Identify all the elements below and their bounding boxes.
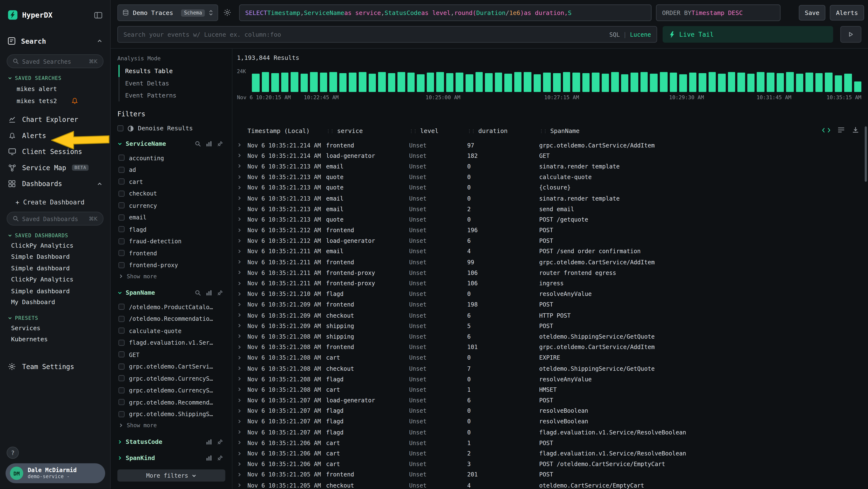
table-row[interactable]: Nov 6 10:35:21.214 AMload-generatorUnset… bbox=[235, 150, 866, 161]
expand-row-icon[interactable] bbox=[235, 249, 248, 254]
histogram-bar[interactable] bbox=[631, 73, 638, 92]
histogram-bar[interactable] bbox=[475, 72, 483, 92]
checkbox[interactable] bbox=[118, 411, 124, 417]
scrollbar-thumb[interactable] bbox=[865, 126, 867, 182]
table-row[interactable]: Nov 6 10:35:21.211 AMfrontend-proxyUnset… bbox=[235, 267, 866, 278]
column-header-timestamp-local-[interactable]: Timestamp (Local) bbox=[247, 127, 326, 135]
histogram-bar[interactable] bbox=[301, 74, 308, 92]
download-icon[interactable] bbox=[852, 126, 859, 134]
filter-checkbox-item[interactable]: flagd bbox=[117, 223, 226, 235]
filter-checkbox-item[interactable]: currency bbox=[117, 200, 226, 211]
search-icon[interactable] bbox=[195, 141, 201, 146]
checkbox[interactable] bbox=[118, 327, 124, 334]
filter-checkbox-item[interactable]: cart bbox=[117, 176, 226, 188]
table-row[interactable]: Nov 6 10:35:21.209 AMfrontendUnset198POS… bbox=[235, 299, 866, 310]
filter-checkbox-item[interactable]: email bbox=[117, 211, 226, 223]
table-row[interactable]: Nov 6 10:35:21.213 AMemailUnset0sinatra.… bbox=[235, 193, 866, 203]
table-row[interactable]: Nov 6 10:35:21.213 AMquoteUnset0{closure… bbox=[235, 182, 866, 193]
histogram-bar[interactable] bbox=[641, 72, 648, 92]
histogram-bar[interactable] bbox=[854, 82, 862, 92]
checkbox[interactable] bbox=[117, 125, 123, 131]
table-row[interactable]: Nov 6 10:35:21.207 AMflagdUnset0resolveB… bbox=[235, 405, 866, 416]
table-row[interactable]: Nov 6 10:35:21.206 AMcartUnset2flagd.eva… bbox=[235, 448, 866, 459]
expand-row-icon[interactable] bbox=[235, 461, 248, 466]
saved-searches-section[interactable]: SAVED SEARCHES bbox=[8, 75, 110, 81]
table-row[interactable]: Nov 6 10:35:21.208 AMcheckoutUnset7oteld… bbox=[235, 363, 866, 374]
expand-row-icon[interactable] bbox=[235, 238, 248, 243]
schema-badge[interactable]: Schema bbox=[181, 9, 205, 17]
expand-row-icon[interactable] bbox=[235, 291, 248, 296]
filter-checkbox-item[interactable]: frontend-proxy bbox=[117, 259, 226, 271]
checkbox[interactable] bbox=[118, 316, 124, 322]
expand-row-icon[interactable] bbox=[235, 366, 248, 371]
table-row[interactable]: Nov 6 10:35:21.211 AMfrontendUnset99grpc… bbox=[235, 257, 866, 267]
histogram-bar[interactable] bbox=[563, 72, 570, 92]
histogram-bar[interactable] bbox=[572, 73, 580, 92]
expand-row-icon[interactable] bbox=[235, 228, 248, 233]
histogram-bar[interactable] bbox=[796, 74, 803, 92]
histogram-bar[interactable] bbox=[543, 73, 551, 92]
expand-row-icon[interactable] bbox=[235, 281, 248, 286]
checkbox[interactable] bbox=[118, 179, 124, 185]
histogram-bar[interactable] bbox=[407, 73, 415, 92]
pin-icon[interactable] bbox=[217, 290, 223, 296]
histogram-bar[interactable] bbox=[310, 72, 317, 92]
table-row[interactable]: Nov 6 10:35:21.210 AMflagdUnset0resolveA… bbox=[235, 288, 866, 299]
table-row[interactable]: Nov 6 10:35:21.213 AMquoteUnset0calculat… bbox=[235, 172, 866, 182]
event-search-input[interactable] bbox=[123, 31, 605, 38]
table-row[interactable]: Nov 6 10:35:21.205 AMcheckoutUnset4oteld… bbox=[235, 480, 866, 489]
histogram-bar[interactable] bbox=[757, 72, 765, 92]
saved-dashboards-section[interactable]: SAVED DASHBOARDS bbox=[8, 233, 110, 238]
histogram-bar[interactable] bbox=[534, 74, 541, 92]
nav-item-client-sessions[interactable]: Client Sessions bbox=[0, 144, 110, 160]
saved-dashboards-search[interactable]: ⌘K bbox=[7, 212, 104, 225]
pin-icon[interactable] bbox=[217, 141, 223, 146]
histogram-bar[interactable] bbox=[689, 73, 696, 92]
filter-checkbox-item[interactable]: flagd.evaluation.v1.Ser… bbox=[117, 337, 226, 348]
saved-dashboard-item[interactable]: My Dashboard bbox=[0, 297, 110, 308]
table-row[interactable]: Nov 6 10:35:21.212 AMfrontendUnset196POS… bbox=[235, 225, 866, 235]
source-select[interactable]: Demo Traces Schema bbox=[117, 4, 218, 21]
create-dashboard-button[interactable]: + Create Dashboard bbox=[16, 198, 110, 206]
filter-group-header[interactable]: StatusCode bbox=[117, 437, 226, 446]
histogram-bar[interactable] bbox=[436, 72, 444, 92]
histogram-bar[interactable] bbox=[835, 75, 842, 92]
histogram-bar[interactable] bbox=[524, 72, 531, 92]
histogram-bar[interactable] bbox=[271, 73, 279, 92]
chart-icon[interactable] bbox=[206, 438, 212, 444]
histogram-bar[interactable] bbox=[786, 72, 794, 92]
histogram-bar[interactable] bbox=[485, 73, 493, 92]
histogram-bar[interactable] bbox=[378, 72, 385, 92]
expand-row-icon[interactable] bbox=[235, 355, 248, 360]
histogram-bar[interactable] bbox=[815, 73, 823, 92]
checkbox[interactable] bbox=[118, 238, 124, 244]
histogram-bar[interactable] bbox=[767, 73, 774, 92]
checkbox[interactable] bbox=[118, 399, 124, 405]
histogram-bar[interactable] bbox=[592, 73, 599, 92]
nav-item-search[interactable]: Search bbox=[0, 33, 110, 49]
order-by-input[interactable]: ORDER BY Timestamp DESC bbox=[656, 4, 781, 21]
filter-group-header[interactable]: ServiceName bbox=[117, 139, 226, 148]
filter-checkbox-item[interactable]: grpc.oteldemo.CurrencyS… bbox=[117, 372, 226, 384]
histogram-bar[interactable] bbox=[825, 73, 833, 92]
sql-toggle[interactable]: SQL bbox=[609, 31, 620, 38]
filter-checkbox-item[interactable]: grpc.oteldemo.CurrencyS… bbox=[117, 384, 226, 396]
filter-checkbox-item[interactable]: fraud-detection bbox=[117, 235, 226, 247]
histogram-bar[interactable] bbox=[621, 74, 628, 92]
histogram-bar[interactable] bbox=[368, 74, 376, 92]
checkbox[interactable] bbox=[118, 304, 124, 310]
histogram-bar[interactable] bbox=[456, 73, 463, 92]
checkbox[interactable] bbox=[118, 250, 124, 256]
expand-row-icon[interactable] bbox=[235, 451, 248, 456]
expand-row-icon[interactable] bbox=[235, 323, 248, 328]
checkbox[interactable] bbox=[118, 387, 124, 393]
checkbox[interactable] bbox=[118, 226, 124, 232]
saved-search-item[interactable]: mikes tets2 bbox=[0, 95, 110, 107]
histogram-bar[interactable] bbox=[660, 72, 668, 92]
table-row[interactable]: Nov 6 10:35:21.205 AMfrontendUnset201POS… bbox=[235, 469, 866, 480]
saved-dashboard-item[interactable]: Simple dashboard bbox=[0, 285, 110, 297]
table-row[interactable]: Nov 6 10:35:21.208 AMcartUnset1HMSET bbox=[235, 384, 866, 395]
filter-checkbox-item[interactable]: grpc.oteldemo.Recommend… bbox=[117, 396, 226, 408]
expand-row-icon[interactable] bbox=[235, 185, 248, 190]
saved-dashboard-item[interactable]: ClickPy Analytics bbox=[0, 240, 110, 251]
